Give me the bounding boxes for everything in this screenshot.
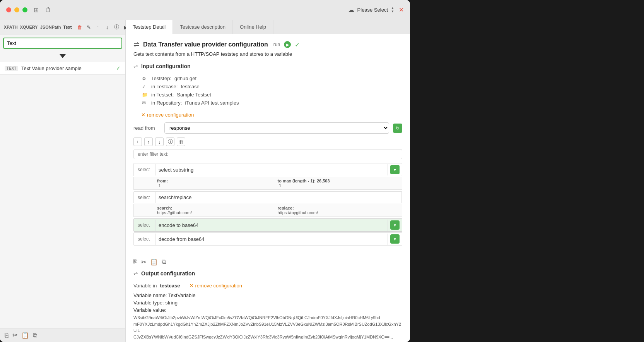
window-close-icon[interactable]: ✕ [399,6,404,14]
sidebar-footer: ⎘ ✂ 📋 ⧉ [0,328,125,342]
testcase-row: ✓ in Testcase: testcase [142,84,402,89]
tabs-bar: Teststep Detail Testcase description Onl… [126,20,410,34]
variable-name-row: Variable name: TextVariable [133,292,402,298]
variable-name-value: TextVariable [168,292,196,298]
testset-icon: 📁 [142,92,148,98]
output-cut-icon[interactable]: ✂ [141,258,146,266]
param-from: from:-1 [157,179,278,188]
sidebar-tool-xpath[interactable]: XPATH [4,25,18,29]
remove-input-label: remove configuration [147,112,194,118]
output-actions: ⎘ ✂ 📋 ⧉ [133,258,402,266]
move-up-filter-btn[interactable]: ↑ [144,137,153,146]
select-row-1[interactable]: select select substring ▼ [133,163,402,176]
variable-value-label-row: Variable value: [133,307,402,313]
testcase-label: in Testcase: [151,84,178,89]
info-icon[interactable]: ⓘ [113,23,120,31]
select-value-1: select substring [155,164,388,175]
read-from-row: read from response ↻ [133,122,402,134]
play-icon: ▶ [286,43,289,47]
testset-row: 📁 in Testset: Sample Testset [142,92,402,98]
move-down-filter-btn[interactable]: ↓ [155,137,164,146]
read-from-btn[interactable]: ↻ [393,124,402,133]
info-filter-btn[interactable]: ⓘ [166,137,174,146]
list-item[interactable]: TEXT Text Value provider sample ✓ [0,62,125,75]
sidebar-tool-text[interactable]: Text [63,25,72,29]
clone-icon[interactable]: ⧉ [33,332,37,339]
read-from-select[interactable]: response [164,122,389,134]
delete-icon[interactable]: 🗑 [75,23,83,31]
maximize-button[interactable] [22,7,27,12]
output-section-icon: ⇌ [133,270,138,277]
note-icon[interactable]: 🗒 [45,7,51,14]
title-bar-icons: ⊞ 🗒 [34,6,51,14]
search-input[interactable] [3,38,122,49]
testset-value: Sample Testset [177,92,211,98]
move-up-icon[interactable]: ↑ [94,23,102,31]
select-label-1: select [134,164,155,175]
refresh-icon: ↻ [396,125,400,131]
select-label-4: select [134,234,155,244]
select-value-2: search/replace [155,192,402,203]
cut-icon[interactable]: ✂ [12,332,17,339]
select-row-2[interactable]: select search/replace [133,191,402,203]
param-search: search:https://github.com/ [157,206,278,215]
variable-in-label: Variable in [133,283,157,289]
input-config-header: ⇌ Input configuration [133,63,402,71]
repository-value: iTunes API test samples [185,100,239,106]
read-from-label: read from [133,125,161,131]
output-clone-icon[interactable]: ⧉ [162,258,166,266]
select-row-4[interactable]: select decode from base64 ▼ [133,232,402,246]
add-filter-btn[interactable]: + [133,137,142,146]
copy-icon[interactable]: ⎘ [5,332,9,339]
select-green-btn-4[interactable]: ▼ [390,234,400,244]
filter-input[interactable] [133,149,402,159]
run-label: run [273,42,280,47]
select-value-4: decode from base64 [155,234,388,245]
select-green-btn-1[interactable]: ▼ [390,165,400,174]
delete-filter-btn[interactable]: 🗑 [177,137,185,146]
remove-output-x-icon: ✕ [190,283,194,289]
sidebar-tool-jsonpath[interactable]: JSONPath [40,25,61,29]
testset-label: in Testset: [151,92,174,98]
sidebar-toolbar: XPATH XQUERY JSONPath Text 🗑 ✎ ↑ ↓ ⓘ ▶ ▸ [0,20,125,34]
edit-icon[interactable]: ✎ [85,23,92,31]
teststep-icon: ⚙ [142,76,148,81]
tab-testcase-description[interactable]: Testcase description [173,20,233,34]
panel-content: ⇌ Data Transfer value provider configura… [126,34,410,342]
sidebar-toggle-icon[interactable]: ⊞ [34,6,39,14]
remove-output-config[interactable]: ✕ remove configuration [190,283,242,289]
sidebar-tool-xquery[interactable]: XQUERY [20,25,38,29]
title-bar: ⊞ 🗒 ☁ Please Select ▲ ▼ ✕ [0,0,410,20]
tab-online-help[interactable]: Online Help [233,20,273,34]
select-btn-4[interactable]: ▼ [388,233,402,245]
close-button[interactable] [6,7,11,12]
select-btn-3[interactable]: ▼ [388,219,402,231]
select-label-3: select [134,220,155,230]
variable-type-row: Variable type: string [133,300,402,306]
teststep-label: Teststep: [151,76,171,81]
paste-icon[interactable]: 📋 [21,332,29,339]
select-row-2-params: search:https://github.com/ replace:https… [133,204,402,217]
stepper-down-icon: ▼ [391,10,394,13]
select-label-2: select [134,192,155,203]
select-green-btn-3[interactable]: ▼ [390,220,400,230]
remove-input-config[interactable]: ✕ remove configuration [141,112,402,118]
testcase-icon: ✓ [142,84,148,89]
output-section-title: Output configuration [141,270,195,277]
param-to-max: to max (length - 1): 26,503-1 [278,179,398,188]
tab-teststep-detail[interactable]: Teststep Detail [126,20,173,34]
transfer-icon: ⇌ [133,40,139,49]
select-btn-1[interactable]: ▼ [388,163,402,176]
output-section: Variable in testcase ✕ remove configurat… [133,283,402,340]
run-button[interactable]: ▶ [284,41,291,48]
select-row-3[interactable]: select encode to base64 ▼ [133,218,402,232]
output-paste-icon[interactable]: 📋 [150,258,158,266]
output-copy-icon[interactable]: ⎘ [133,258,137,266]
move-down-icon[interactable]: ↓ [103,23,111,31]
panel-title: Data Transfer value provider configurati… [143,41,268,48]
search-box [3,38,122,49]
please-select-stepper[interactable]: ▲ ▼ [391,7,394,13]
variable-type-value: string [165,300,178,306]
minimize-button[interactable] [14,7,19,12]
config-info: ⚙ Teststep: github get ✓ in Testcase: te… [142,76,402,106]
